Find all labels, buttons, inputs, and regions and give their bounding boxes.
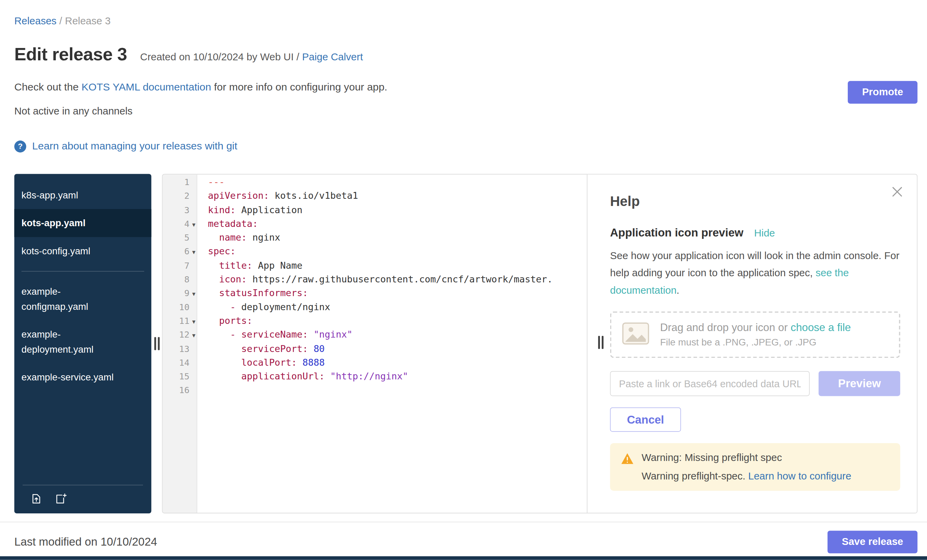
line-number: 9▾ (163, 287, 196, 300)
code-line[interactable]: apiVersion: kots.io/v1beta1 (208, 190, 587, 203)
line-number: 1 (163, 176, 196, 190)
description-period: . (676, 285, 679, 296)
warning-icon (621, 453, 634, 483)
file-tree-footer (23, 485, 143, 507)
code-line[interactable]: spec: (208, 245, 587, 259)
breadcrumb: Releases / Release 3 (14, 0, 918, 27)
code-line[interactable]: name: nginx (208, 231, 587, 245)
file-tree-item[interactable]: kots-app.yaml (14, 209, 152, 237)
app-root: Releases / Release 3 Edit release 3 Crea… (0, 0, 927, 560)
cancel-button[interactable]: Cancel (610, 407, 681, 432)
fold-arrow-icon[interactable]: ▾ (192, 246, 195, 260)
warning-title: Warning: Missing preflight spec (642, 452, 851, 464)
line-number: 11▾ (163, 315, 196, 328)
file-tree-item[interactable]: example-configmap.yaml (14, 278, 152, 320)
help-circle-icon: ? (14, 140, 26, 152)
editor-card: 1234▾56▾789▾1011▾12▾13141516 ---apiVersi… (162, 174, 918, 513)
git-docs-link[interactable]: Learn about managing your releases with … (32, 140, 237, 152)
icon-preview-description: See how your application icon will look … (610, 247, 900, 299)
panel-gap (151, 174, 162, 513)
file-group-examples: example-configmap.yamlexample-deployment… (14, 278, 152, 392)
import-file-icon[interactable] (30, 492, 42, 505)
code-line[interactable]: metadata: (208, 217, 587, 231)
dropzone-text: Drag and drop your icon or choose a file… (660, 322, 851, 348)
file-group-app: k8s-app.yamlkots-app.yamlkots-config.yam… (14, 181, 152, 265)
fold-arrow-icon[interactable]: ▾ (192, 329, 195, 343)
code-line[interactable]: kind: Application (208, 203, 587, 217)
preview-button[interactable]: Preview (819, 371, 900, 396)
file-name: kots-app.yaml (21, 216, 86, 230)
file-tree: k8s-app.yamlkots-app.yamlkots-config.yam… (14, 174, 152, 513)
created-text: Created on 10/10/2024 by Web UI / (140, 51, 302, 62)
created-info: Created on 10/10/2024 by Web UI / Paige … (140, 51, 363, 63)
page-title: Edit release 3 (14, 44, 127, 64)
panel-resize-handle-right[interactable] (598, 336, 604, 349)
fold-arrow-icon[interactable]: ▾ (192, 218, 195, 232)
fold-arrow-icon[interactable]: ▾ (192, 287, 195, 301)
save-release-button[interactable]: Save release (828, 531, 917, 553)
new-file-icon[interactable] (54, 492, 67, 505)
git-row: ? Learn about managing your releases wit… (14, 140, 918, 152)
dropzone-prompt: Drag and drop your icon or (660, 322, 790, 334)
file-tree-item[interactable]: example-deployment.yaml (14, 320, 152, 363)
file-tree-item[interactable]: example-service.yaml (14, 363, 152, 392)
channel-status: Not active in any channels (14, 106, 918, 118)
file-name: kots-config.yaml (21, 244, 91, 258)
footer: Last modified on 10/10/2024 Save release (0, 522, 927, 553)
line-number: 2 (163, 190, 196, 203)
configure-preflight-link[interactable]: Learn how to configure (748, 470, 852, 482)
warning-detail-text: Warning preflight-spec. (642, 470, 746, 482)
file-tree-item[interactable]: kots-config.yaml (14, 237, 152, 265)
line-number: 14 (163, 356, 196, 370)
code-line[interactable]: title: App Name (208, 259, 587, 273)
line-number: 6▾ (163, 245, 196, 259)
title-row: Edit release 3 Created on 10/10/2024 by … (14, 44, 918, 64)
icon-preview-header: Application icon preview Hide (610, 226, 900, 239)
kots-docs-link[interactable]: KOTS YAML documentation (82, 81, 211, 93)
warning-detail: Warning preflight-spec. Learn how to con… (642, 470, 851, 483)
editor-code[interactable]: ---apiVersion: kots.io/v1beta1kind: Appl… (197, 175, 587, 513)
release-workspace: k8s-app.yamlkots-app.yamlkots-config.yam… (14, 174, 918, 513)
line-number: 15 (163, 370, 196, 384)
code-line[interactable]: servicePort: 80 (208, 342, 587, 356)
file-name: k8s-app.yaml (21, 187, 78, 202)
image-placeholder-icon (622, 322, 649, 347)
doc-line: Check out the KOTS YAML documentation fo… (14, 81, 918, 93)
code-line[interactable]: applicationUrl: "http://nginx" (208, 370, 587, 384)
choose-file-link[interactable]: choose a file (790, 322, 851, 334)
line-number: 10 (163, 300, 196, 314)
code-line[interactable]: localPort: 8888 (208, 356, 587, 370)
line-number: 16 (163, 384, 196, 398)
code-line[interactable]: - deployment/nginx (208, 300, 587, 314)
line-number: 5 (163, 231, 196, 245)
file-tree-item[interactable]: k8s-app.yaml (14, 181, 152, 209)
code-line[interactable]: statusInformers: (208, 287, 587, 300)
breadcrumb-separator: / (59, 15, 62, 27)
panel-resize-handle-left[interactable] (154, 337, 160, 350)
code-line[interactable] (208, 384, 587, 398)
author-link[interactable]: Paige Calvert (302, 51, 363, 62)
code-line[interactable]: --- (208, 176, 587, 190)
promote-button[interactable]: Promote (848, 81, 917, 103)
line-number: 12▾ (163, 328, 196, 342)
icon-url-row: Preview (610, 371, 900, 396)
line-number: 13 (163, 342, 196, 356)
warning-text: Warning: Missing preflight spec Warning … (642, 452, 851, 483)
help-panel: Help Application icon preview Hide See h… (587, 175, 917, 513)
bottom-bar (0, 557, 927, 560)
file-name: example-service.yaml (21, 370, 114, 384)
yaml-editor[interactable]: 1234▾56▾789▾1011▾12▾13141516 ---apiVersi… (163, 175, 587, 513)
file-tree-divider (21, 271, 144, 272)
breadcrumb-releases-link[interactable]: Releases (14, 15, 56, 27)
line-number: 3 (163, 203, 196, 217)
code-line[interactable]: ports: (208, 315, 587, 328)
code-line[interactable]: icon: https://raw.githubusercontent.com/… (208, 273, 587, 287)
hide-link[interactable]: Hide (754, 228, 775, 240)
code-line[interactable]: - serviceName: "nginx" (208, 328, 587, 342)
fold-arrow-icon[interactable]: ▾ (192, 315, 195, 329)
icon-dropzone[interactable]: Drag and drop your icon or choose a file… (610, 311, 900, 358)
last-modified: Last modified on 10/10/2024 (14, 535, 157, 548)
breadcrumb-current: Release 3 (65, 15, 111, 27)
icon-url-input[interactable] (610, 371, 810, 396)
close-icon[interactable] (890, 184, 905, 199)
